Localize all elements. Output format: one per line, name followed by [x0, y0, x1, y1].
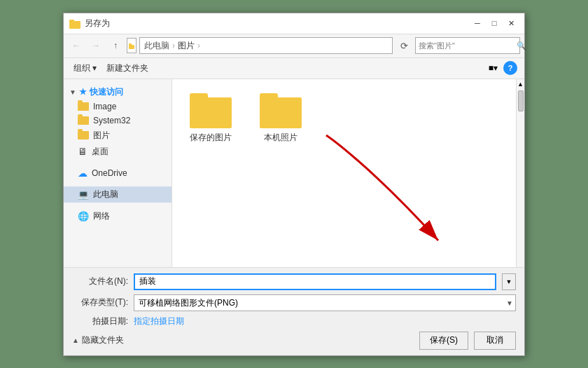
star-icon: ★ — [79, 87, 87, 97]
filetype-select[interactable]: 可移植网络图形文件(PNG) — [134, 294, 516, 311]
dialog-title: 另存为 — [85, 18, 110, 29]
network-section: 🌐 网络 — [64, 208, 172, 224]
sidebar-item-system32[interactable]: System32 — [64, 114, 172, 128]
title-bar-left: 另存为 — [69, 18, 110, 29]
scroll-up-button[interactable]: ▲ — [516, 79, 524, 89]
hide-folders-label[interactable]: 隐藏文件夹 — [82, 334, 124, 346]
minimize-button[interactable]: ─ — [470, 15, 485, 31]
desktop-icon: 🖥 — [78, 146, 88, 157]
nav-toolbar: ← → ↑ 此电脑 › 图片 › ⟳ 🔍 — [64, 34, 524, 58]
date-link[interactable]: 指定拍摄日期 — [134, 315, 184, 327]
back-button[interactable]: ← — [68, 37, 85, 54]
up-button[interactable]: ↑ — [107, 37, 124, 54]
folder-body — [190, 97, 232, 128]
folder-label-saved: 保存的图片 — [190, 132, 232, 144]
folder-label-camera: 本机照片 — [264, 132, 298, 144]
scroll-thumb[interactable] — [518, 90, 524, 111]
quick-access-section: ▼ ★ 快速访问 Image System32 图片 🖥 — [64, 85, 172, 160]
folder-item-camera-roll[interactable]: 本机照片 — [256, 93, 305, 144]
dialog-icon — [69, 18, 80, 29]
toolbar2-right: ■ ▾ ? — [486, 61, 517, 75]
view-dropdown-icon: ▾ — [493, 63, 498, 73]
network-icon: 🌐 — [78, 211, 89, 222]
date-label: 拍摄日期: — [72, 315, 128, 327]
save-as-dialog: 另存为 ─ □ ✕ ← → ↑ 此电脑 › 图片 › — [63, 13, 525, 356]
filename-dropdown-button[interactable]: ▼ — [502, 273, 516, 290]
breadcrumb-bar[interactable]: 此电脑 › 图片 › — [139, 37, 393, 54]
folder-icon — [78, 116, 89, 125]
search-icon[interactable]: 🔍 — [517, 41, 526, 50]
search-bar: 🔍 — [415, 37, 520, 54]
cancel-button[interactable]: 取消 — [474, 332, 516, 350]
folder-icon — [78, 102, 89, 111]
help-button[interactable]: ? — [503, 61, 517, 75]
toolbar2: 组织 ▾ 新建文件夹 ■ ▾ ? — [64, 58, 524, 79]
sidebar-thispc-label: 此电脑 — [93, 189, 118, 200]
folder-icon-large — [190, 93, 232, 128]
sidebar-item-image[interactable]: Image — [64, 100, 172, 114]
filetype-label: 保存类型(T): — [72, 297, 128, 308]
title-controls: ─ □ ✕ — [470, 15, 519, 31]
scrollbar[interactable]: ▲ — [516, 79, 524, 267]
svg-rect-3 — [129, 43, 132, 46]
file-area: 保存的图片 本机照片 — [172, 79, 516, 158]
folder-tree-icon — [128, 42, 135, 49]
folder-item-saved-pictures[interactable]: 保存的图片 — [186, 93, 235, 144]
sidebar-item-network[interactable]: 🌐 网络 — [64, 208, 172, 224]
view-icon: ■ — [489, 63, 493, 73]
sidebar-item-pictures-label: 图片 — [93, 130, 110, 142]
breadcrumb-sep2: › — [197, 41, 200, 50]
breadcrumb-dropdown-btn[interactable] — [127, 38, 136, 53]
sidebar-item-desktop[interactable]: 🖥 桌面 — [64, 144, 172, 160]
bottom-section: 文件名(N): ▼ 保存类型(T): 可移植网络图形文件(PNG) ▼ 拍摄日期… — [64, 267, 524, 355]
title-bar: 另存为 ─ □ ✕ — [64, 13, 524, 34]
hide-folders-section: ▲ 隐藏文件夹 — [72, 334, 414, 346]
filename-label: 文件名(N): — [72, 275, 128, 287]
breadcrumb-part2: 图片 — [178, 40, 195, 52]
breadcrumb-sep1: › — [172, 41, 175, 50]
sidebar-item-pictures[interactable]: 图片 — [64, 128, 172, 144]
sidebar-item-onedrive[interactable]: ☁ OneDrive — [64, 165, 172, 181]
maximize-button[interactable]: □ — [486, 15, 502, 31]
filetype-select-wrapper: 可移植网络图形文件(PNG) ▼ — [134, 294, 516, 311]
dropdown-arrow-icon: ▼ — [506, 278, 512, 285]
sidebar-item-image-label: Image — [93, 102, 116, 111]
onedrive-section: ☁ OneDrive — [64, 165, 172, 181]
quick-access-label: 快速访问 — [90, 86, 123, 98]
organize-button[interactable]: 组织 ▾ — [71, 61, 99, 76]
toolbar2-left: 组织 ▾ 新建文件夹 — [71, 61, 153, 76]
sidebar-item-thispc[interactable]: 💻 此电脑 — [64, 186, 172, 203]
folder-icon-large — [260, 93, 302, 128]
sidebar-item-desktop-label: 桌面 — [92, 146, 108, 158]
breadcrumb-part1: 此电脑 — [144, 40, 169, 52]
forward-button[interactable]: → — [88, 37, 104, 54]
folder-icon — [78, 131, 89, 139]
refresh-button[interactable]: ⟳ — [396, 37, 412, 54]
filetype-row: 保存类型(T): 可移植网络图形文件(PNG) ▼ — [72, 294, 516, 311]
quick-access-header[interactable]: ▼ ★ 快速访问 — [64, 85, 172, 100]
computer-icon: 💻 — [78, 189, 89, 200]
save-button[interactable]: 保存(S) — [419, 332, 468, 350]
sidebar-item-system32-label: System32 — [93, 116, 130, 125]
folder-body — [260, 97, 302, 128]
close-button[interactable]: ✕ — [503, 15, 519, 31]
file-area-container: 保存的图片 本机照片 — [172, 79, 516, 267]
search-input[interactable] — [419, 41, 515, 50]
svg-rect-1 — [69, 20, 74, 22]
sidebar: ▼ ★ 快速访问 Image System32 图片 🖥 — [64, 79, 172, 267]
filename-row: 文件名(N): ▼ — [72, 273, 516, 290]
filename-input[interactable] — [134, 273, 496, 290]
new-folder-button[interactable]: 新建文件夹 — [102, 61, 153, 76]
button-row: ▲ 隐藏文件夹 保存(S) 取消 — [72, 332, 516, 350]
view-button[interactable]: ■ ▾ — [486, 62, 500, 74]
main-content: ▼ ★ 快速访问 Image System32 图片 🖥 — [64, 79, 524, 267]
sidebar-network-label: 网络 — [93, 210, 110, 222]
sidebar-onedrive-label: OneDrive — [92, 168, 127, 178]
date-row: 拍摄日期: 指定拍摄日期 — [72, 315, 516, 327]
thispc-section: 💻 此电脑 — [64, 186, 172, 203]
hide-folders-chevron-icon: ▲ — [72, 336, 79, 344]
cloud-icon: ☁ — [78, 168, 88, 179]
collapse-icon: ▼ — [69, 88, 76, 96]
